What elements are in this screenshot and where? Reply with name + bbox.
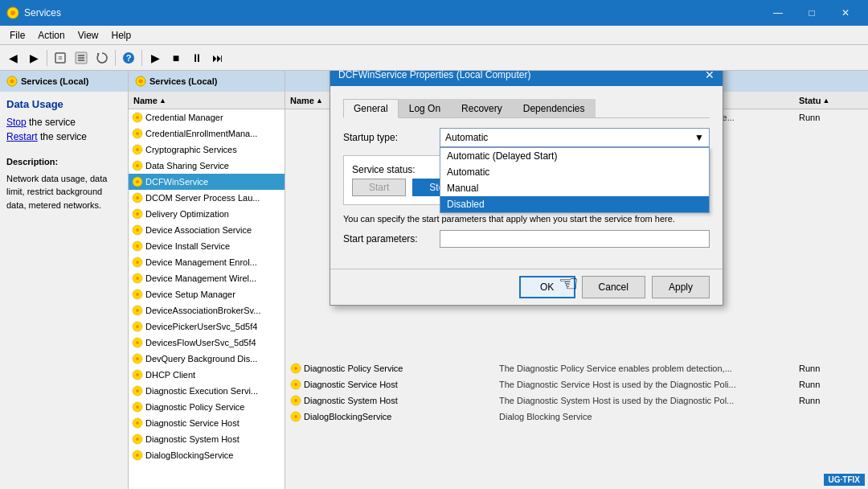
toolbar-resume[interactable]: ⏭	[208, 48, 227, 68]
service-icon	[132, 385, 143, 397]
list-item[interactable]: Credential Manager	[129, 109, 285, 125]
row-status: Runn	[799, 380, 863, 389]
svg-point-22	[136, 164, 139, 167]
list-item[interactable]: CredentialEnrollmentMana...	[129, 125, 285, 142]
toolbar-help[interactable]: ?	[119, 48, 138, 68]
table-row[interactable]: Diagnostic Service Host The Diagnostic S…	[285, 376, 868, 392]
service-icon	[132, 434, 143, 445]
toolbar-tree[interactable]	[72, 48, 91, 68]
restart-link[interactable]: Restart	[6, 131, 38, 142]
dropdown-option-automatic[interactable]: Automatic	[440, 164, 709, 180]
main-layout: Services (Local) Data Usage Stop the ser…	[0, 71, 868, 489]
toolbar-back[interactable]: ◀	[3, 48, 23, 68]
left-header-text: Services (Local)	[21, 76, 88, 86]
service-icon	[132, 289, 143, 300]
startup-type-dropdown[interactable]: Automatic ▼ Automatic (Delayed Start) Au…	[440, 128, 710, 147]
left-description: Description: Network data usage, data li…	[6, 155, 121, 212]
table-row[interactable]: DialogBlockingService Dialog Blocking Se…	[285, 409, 868, 425]
toolbar-pause[interactable]: ⏸	[187, 48, 207, 68]
startup-type-label: Startup type:	[343, 132, 440, 143]
list-col-name: Name ▲	[129, 94, 285, 107]
toolbar-refresh[interactable]	[92, 48, 112, 68]
tab-recovery[interactable]: Recovery	[451, 99, 513, 117]
svg-point-18	[136, 132, 139, 135]
left-section-title: Data Usage	[6, 98, 121, 110]
toolbar-forward[interactable]: ▶	[24, 48, 43, 68]
list-item[interactable]: DeviceAssociationBrokerSv...	[129, 302, 285, 318]
service-row-icon	[290, 363, 301, 374]
list-item[interactable]: Device Management Wirel...	[129, 270, 285, 286]
service-icon	[132, 160, 143, 171]
stop-suffix: the service	[27, 117, 76, 128]
svg-point-48	[136, 373, 139, 376]
svg-point-20	[136, 148, 139, 151]
toolbar-sep3	[141, 50, 142, 66]
cancel-button[interactable]: Cancel	[582, 276, 645, 298]
service-row-icon	[290, 411, 301, 422]
service-icon	[132, 240, 143, 252]
table-row[interactable]: Diagnostic Policy Service The Diagnostic…	[285, 360, 868, 376]
svg-point-46	[136, 357, 139, 360]
svg-point-28	[136, 212, 139, 216]
dropdown-option-manual[interactable]: Manual	[440, 180, 709, 196]
window-title: Services	[24, 7, 762, 18]
tab-general[interactable]: General	[343, 99, 399, 118]
list-item[interactable]: Diagnostic System Host	[129, 431, 285, 447]
list-item[interactable]: DCOM Server Process Lau...	[129, 190, 285, 206]
dropdown-value: Automatic	[445, 132, 488, 143]
list-item[interactable]: Diagnostic Service Host	[129, 415, 285, 431]
list-item[interactable]: Device Install Service	[129, 238, 285, 254]
list-item[interactable]: Device Management Enrol...	[129, 254, 285, 270]
svg-point-52	[136, 405, 139, 409]
toolbar-up[interactable]: ≡	[51, 48, 70, 68]
toolbar-stop[interactable]: ■	[166, 48, 186, 68]
ok-button[interactable]: OK	[519, 276, 575, 298]
menu-view[interactable]: View	[72, 28, 105, 43]
dialog-close-button[interactable]: ✕	[705, 71, 714, 81]
maximize-button[interactable]: □	[796, 0, 828, 26]
list-item[interactable]: Data Sharing Service	[129, 158, 285, 174]
dropdown-option-delayed[interactable]: Automatic (Delayed Start)	[440, 148, 709, 164]
row-name: Diagnostic Service Host	[290, 379, 499, 390]
row-name: Diagnostic Policy Service	[290, 363, 499, 374]
toolbar-export[interactable]: ▶	[145, 48, 165, 68]
restart-suffix: the service	[38, 131, 87, 142]
menu-file[interactable]: File	[3, 28, 31, 43]
list-item[interactable]: DialogBlockingService	[129, 447, 285, 463]
list-item[interactable]: Cryptographic Services	[129, 142, 285, 158]
menu-action[interactable]: Action	[31, 28, 71, 43]
menu-help[interactable]: Help	[105, 28, 138, 43]
service-icon	[132, 208, 143, 220]
tab-logon[interactable]: Log On	[399, 99, 451, 117]
list-item[interactable]: DevicePickerUserSvc_5d5f4	[129, 318, 285, 335]
table-row[interactable]: Diagnostic System Host The Diagnostic Sy…	[285, 392, 868, 409]
list-item[interactable]: DevicesFlowUserSvc_5d5f4	[129, 335, 285, 351]
apply-button[interactable]: Apply	[652, 276, 710, 298]
tab-dependencies[interactable]: Dependencies	[513, 99, 596, 117]
service-icon	[132, 417, 143, 429]
list-item[interactable]: DHCP Client	[129, 367, 285, 383]
start-button[interactable]: Start	[352, 179, 406, 196]
list-item[interactable]: Delivery Optimization	[129, 206, 285, 222]
list-item-selected[interactable]: DCFWinService	[129, 174, 285, 190]
col-header-status: Statu ▲	[799, 96, 863, 105]
list-item[interactable]: Device Setup Manager	[129, 286, 285, 302]
service-icon	[132, 321, 143, 332]
startup-type-row: Startup type: Automatic ▼ Automatic (Del…	[343, 128, 710, 147]
dropdown-option-disabled[interactable]: Disabled	[440, 196, 709, 212]
list-item[interactable]: Device Association Service	[129, 222, 285, 238]
svg-point-26	[136, 196, 139, 199]
left-panel: Services (Local) Data Usage Stop the ser…	[0, 71, 129, 489]
list-header-text: Services (Local)	[149, 76, 217, 86]
close-button[interactable]: ✕	[829, 0, 862, 26]
title-bar: Services — □ ✕	[0, 0, 868, 26]
stop-link[interactable]: Stop	[6, 117, 27, 128]
service-icon	[132, 401, 143, 413]
list-item[interactable]: DevQuery Background Dis...	[129, 351, 285, 367]
start-params-input[interactable]	[440, 230, 710, 248]
list-item[interactable]: Diagnostic Policy Service	[129, 399, 285, 415]
minimize-button[interactable]: —	[762, 0, 794, 26]
list-body[interactable]: Credential Manager CredentialEnrollmentM…	[129, 109, 285, 489]
dropdown-trigger[interactable]: Automatic ▼	[440, 128, 710, 147]
list-item[interactable]: Diagnostic Execution Servi...	[129, 383, 285, 399]
